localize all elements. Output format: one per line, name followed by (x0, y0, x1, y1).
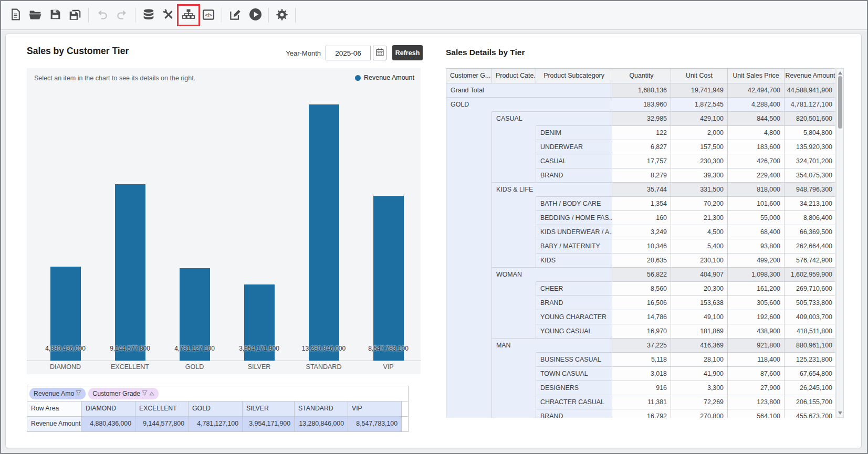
details-cell-quantity: 8,279 (612, 168, 671, 183)
dimension-chip[interactable]: Customer Grade (88, 388, 159, 399)
details-cell-quantity: 56,822 (612, 268, 671, 282)
calendar-button[interactable] (373, 46, 386, 60)
details-category-continuation (492, 409, 536, 418)
settings-button[interactable] (272, 4, 292, 27)
details-tier-continuation (446, 254, 492, 268)
details-row: BEDDING / HOME FAS...16021,30055,0008,80… (446, 211, 835, 225)
details-cell-quantity: 35,744 (612, 183, 671, 197)
details-cell-unit_sales_price: 161,200 (728, 282, 785, 296)
details-category-continuation (492, 225, 536, 239)
details-cell-revenue_amount: 418,511,800 (785, 324, 835, 339)
pivot-row-area-header: Row Area (27, 402, 82, 416)
edit-button[interactable] (225, 4, 245, 27)
undo-button[interactable] (92, 4, 112, 27)
pivot-value-cell: 9,144,577,800 (135, 417, 189, 431)
details-category-continuation (492, 367, 536, 381)
details-cell-unit_sales_price: 87,600 (728, 367, 785, 381)
bar-STANDARD[interactable] (309, 104, 339, 361)
save-all-icon (68, 8, 82, 23)
pivot-chip-row: Revenue Amo Customer Grade (27, 386, 408, 402)
bar-VIP[interactable] (373, 196, 404, 361)
details-cell-unit_cost: 270,800 (671, 409, 728, 418)
details-category-continuation (492, 154, 536, 168)
details-scrollbar[interactable] (836, 68, 844, 418)
main-toolbar: </> (1, 1, 867, 30)
pivot-measure-label: Revenue Amount (27, 417, 82, 431)
details-row: BRAND8,27939,300229,400354,075,300 (446, 168, 835, 183)
details-tier-continuation (446, 168, 492, 183)
details-label-subcategory: CHEER (536, 282, 612, 296)
new-document-icon (9, 8, 22, 23)
details-row: BATH / BODY CARE1,35470,200101,60034,213… (446, 197, 835, 211)
details-cell-revenue_amount: 66,369,500 (785, 225, 835, 239)
details-cell-quantity: 20,635 (612, 254, 671, 268)
hierarchy-button[interactable] (179, 4, 198, 27)
refresh-button[interactable]: Refresh (392, 45, 423, 60)
details-cell-unit_sales_price: 305,600 (728, 296, 785, 310)
save-all-button[interactable] (65, 4, 85, 27)
details-cell-unit_cost: 20,300 (671, 282, 728, 296)
redo-button[interactable] (112, 4, 132, 27)
details-cell-quantity: 3,018 (612, 367, 671, 381)
details-label-subcategory: YOUNG CASUAL (536, 324, 612, 339)
details-label-subcategory: DESIGNERS (536, 381, 612, 395)
details-cell-unit_cost: 3,300 (671, 381, 728, 395)
details-cell-unit_cost: 181,869 (671, 324, 728, 339)
scrollbar-thumb[interactable] (838, 76, 842, 129)
pivot-column-header: GOLD (189, 402, 243, 416)
details-cell-unit_sales_price: 4,800 (728, 126, 785, 140)
bar-value-label: 13,280,846,000 (291, 345, 356, 352)
x-axis-label: SILVER (227, 363, 291, 371)
database-button[interactable] (139, 4, 159, 27)
tools-icon (162, 8, 175, 23)
pivot-grid: Revenue Amo Customer Grade Row AreaDIAMO… (27, 386, 409, 432)
details-cell-revenue_amount: 880,961,100 (785, 339, 835, 353)
details-cell-quantity: 6,827 (612, 140, 671, 154)
pivot-value-cell: 4,880,436,000 (82, 417, 135, 431)
pivot-column-header: EXCELLENT (135, 402, 189, 416)
details-cell-unit_sales_price: 4,288,400 (728, 98, 785, 112)
run-button[interactable] (245, 4, 265, 27)
details-category-span (536, 112, 612, 126)
pivot-column-header: SILVER (243, 402, 295, 416)
details-tier-continuation (446, 381, 492, 395)
year-month-input[interactable] (326, 46, 371, 60)
edit-icon (228, 8, 242, 23)
toolbar-separator (222, 8, 222, 23)
save-button[interactable] (45, 4, 65, 27)
scroll-up-icon[interactable] (838, 71, 842, 75)
pivot-column-header: DIAMOND (82, 402, 135, 416)
details-label-subcategory: UNDERWEAR (536, 140, 612, 154)
details-cell-unit_cost: 41,900 (671, 367, 728, 381)
details-cell-quantity: 160 (612, 211, 671, 225)
x-axis-label: DIAMOND (33, 363, 98, 371)
details-column-header: Customer G... (446, 69, 492, 83)
details-cell-unit_sales_price: 921,800 (728, 339, 785, 353)
details-label-subcategory: BUSINESS CASUAL (536, 353, 612, 367)
details-label-subcategory: BRAND (536, 409, 612, 418)
code-editor-button[interactable]: </> (198, 4, 218, 27)
new-document-button[interactable] (5, 4, 25, 27)
details-cell-unit_cost: 416,369 (671, 339, 728, 353)
details-cell-revenue_amount: 67,654,800 (785, 367, 835, 381)
toolbar-separator (135, 8, 135, 23)
pivot-data-filler (402, 417, 408, 431)
measure-chip[interactable]: Revenue Amo (29, 388, 86, 399)
details-column-header: Quantity (612, 69, 671, 83)
details-row: CASUAL32,985429,100844,500820,501,600 (446, 112, 835, 126)
tools-button[interactable] (159, 4, 179, 27)
scroll-down-icon[interactable] (838, 411, 842, 415)
details-label-subcategory: BATH / BODY CARE (536, 197, 612, 211)
details-tier-continuation (446, 154, 492, 168)
bar-EXCELLENT[interactable] (115, 184, 145, 361)
details-cell-quantity: 122 (612, 126, 671, 140)
details-category-continuation (492, 324, 536, 339)
details-column-header: Unit Cost (671, 69, 728, 83)
details-tier-continuation (446, 268, 492, 282)
details-cell-quantity: 37,225 (612, 339, 671, 353)
chart-panel: Select an item in the chart to see its d… (27, 68, 421, 374)
details-cell-unit_sales_price: 101,600 (728, 197, 785, 211)
details-cell-revenue_amount: 206,155,700 (785, 395, 835, 409)
details-cell-unit_cost: 429,100 (671, 112, 728, 126)
open-folder-button[interactable] (25, 4, 45, 27)
